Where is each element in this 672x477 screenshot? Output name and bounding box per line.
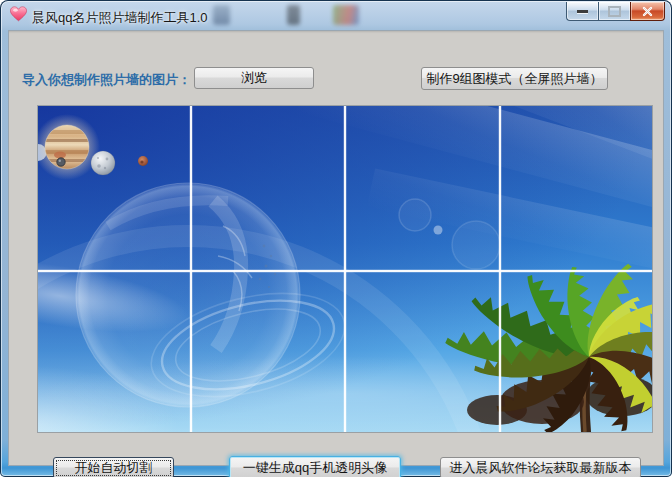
glass-blur-artifact <box>333 5 359 25</box>
client-area: 导入你想制作照片墙的图片： 浏览 制作9组图模式（全屏照片墙） <box>8 30 664 466</box>
grid9-mode-button[interactable]: 制作9组图模式（全屏照片墙） <box>421 67 608 90</box>
heart-app-icon <box>10 6 27 22</box>
minimize-icon <box>577 10 588 13</box>
app-window: 晨风qq名片照片墙制作工具1.0 导入你想制作照片墙的图片： 浏览 制作9组图模… <box>0 0 672 477</box>
glass-blur-artifact <box>287 5 300 25</box>
titlebar[interactable]: 晨风qq名片照片墙制作工具1.0 <box>2 2 670 30</box>
close-icon <box>642 6 653 17</box>
photo-wall-image <box>38 106 652 432</box>
auto-cut-button[interactable]: 开始自动切割 <box>53 457 174 477</box>
transparent-avatar-button[interactable]: 一键生成qq手机透明头像 <box>229 456 401 477</box>
glass-blur-artifact <box>213 5 230 25</box>
minimize-button[interactable] <box>566 2 598 21</box>
import-image-label: 导入你想制作照片墙的图片： <box>22 71 191 89</box>
photo-preview[interactable] <box>37 105 653 433</box>
maximize-icon <box>608 6 621 17</box>
forum-link-button[interactable]: 进入晨风软件论坛获取最新版本 <box>440 457 641 477</box>
window-title: 晨风qq名片照片墙制作工具1.0 <box>32 9 208 27</box>
close-button[interactable] <box>630 2 665 21</box>
window-controls <box>566 2 665 21</box>
maximize-button[interactable] <box>598 2 630 21</box>
browse-button[interactable]: 浏览 <box>194 67 314 89</box>
